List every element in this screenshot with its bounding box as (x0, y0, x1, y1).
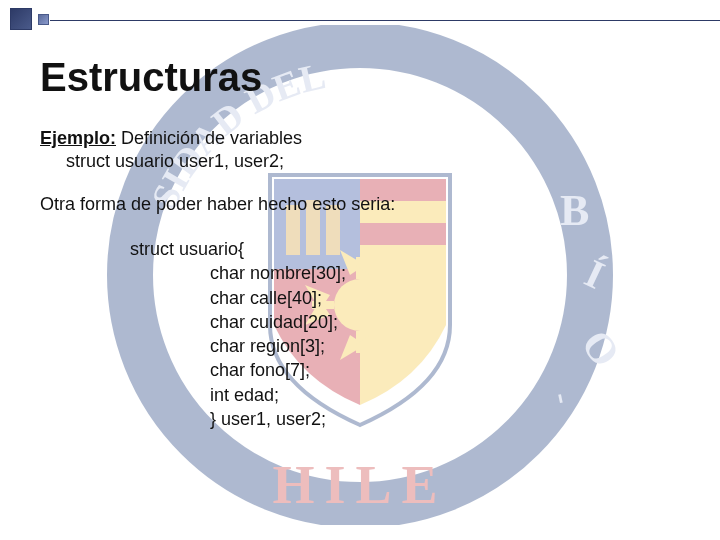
code-line-7: int edad; (130, 383, 680, 407)
example-declaration: struct usuario user1, user2; (40, 151, 680, 172)
slide-content: Estructuras Ejemplo: Definición de varia… (0, 0, 720, 431)
code-line-8: } user1, user2; (130, 407, 680, 431)
example-label: Ejemplo: (40, 128, 116, 148)
slide-title: Estructuras (40, 55, 680, 100)
example-desc: Definición de variables (116, 128, 302, 148)
code-line-5: char region[3]; (130, 334, 680, 358)
code-line-3: char calle[40]; (130, 286, 680, 310)
alternative-text: Otra forma de poder haber hecho esto ser… (40, 194, 680, 215)
code-line-6: char fono[7]; (130, 358, 680, 382)
code-line-2: char nombre[30]; (130, 261, 680, 285)
code-line-1: struct usuario{ (130, 237, 680, 261)
svg-text:HILE: HILE (272, 455, 447, 515)
code-line-4: char cuidad[20]; (130, 310, 680, 334)
example-line: Ejemplo: Definición de variables (40, 128, 680, 149)
struct-code-block: struct usuario{ char nombre[30]; char ca… (40, 237, 680, 431)
